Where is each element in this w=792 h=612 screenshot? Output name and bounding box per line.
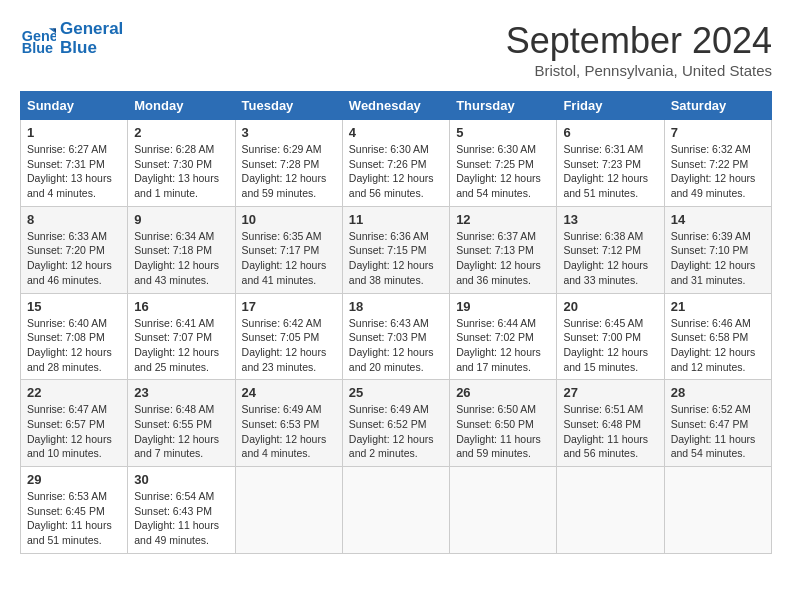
- day-number: 3: [242, 125, 336, 140]
- day-info: Sunrise: 6:41 AM Sunset: 7:07 PM Dayligh…: [134, 316, 228, 375]
- calendar-cell: 12Sunrise: 6:37 AM Sunset: 7:13 PM Dayli…: [450, 206, 557, 293]
- calendar-cell: 11Sunrise: 6:36 AM Sunset: 7:15 PM Dayli…: [342, 206, 449, 293]
- calendar-cell: 16Sunrise: 6:41 AM Sunset: 7:07 PM Dayli…: [128, 293, 235, 380]
- weekday-header-wednesday: Wednesday: [342, 92, 449, 120]
- day-info: Sunrise: 6:50 AM Sunset: 6:50 PM Dayligh…: [456, 402, 550, 461]
- day-number: 2: [134, 125, 228, 140]
- day-info: Sunrise: 6:28 AM Sunset: 7:30 PM Dayligh…: [134, 142, 228, 201]
- calendar-cell: 26Sunrise: 6:50 AM Sunset: 6:50 PM Dayli…: [450, 380, 557, 467]
- location-title: Bristol, Pennsylvania, United States: [506, 62, 772, 79]
- calendar-table: SundayMondayTuesdayWednesdayThursdayFrid…: [20, 91, 772, 554]
- calendar-week-row: 1Sunrise: 6:27 AM Sunset: 7:31 PM Daylig…: [21, 120, 772, 207]
- day-number: 7: [671, 125, 765, 140]
- day-number: 25: [349, 385, 443, 400]
- day-info: Sunrise: 6:46 AM Sunset: 6:58 PM Dayligh…: [671, 316, 765, 375]
- svg-text:Blue: Blue: [22, 40, 53, 56]
- weekday-header-friday: Friday: [557, 92, 664, 120]
- day-number: 13: [563, 212, 657, 227]
- day-number: 18: [349, 299, 443, 314]
- day-info: Sunrise: 6:34 AM Sunset: 7:18 PM Dayligh…: [134, 229, 228, 288]
- calendar-cell: 27Sunrise: 6:51 AM Sunset: 6:48 PM Dayli…: [557, 380, 664, 467]
- day-number: 28: [671, 385, 765, 400]
- day-number: 6: [563, 125, 657, 140]
- day-info: Sunrise: 6:36 AM Sunset: 7:15 PM Dayligh…: [349, 229, 443, 288]
- day-number: 23: [134, 385, 228, 400]
- calendar-week-row: 22Sunrise: 6:47 AM Sunset: 6:57 PM Dayli…: [21, 380, 772, 467]
- calendar-cell: [342, 467, 449, 554]
- day-info: Sunrise: 6:31 AM Sunset: 7:23 PM Dayligh…: [563, 142, 657, 201]
- calendar-cell: 19Sunrise: 6:44 AM Sunset: 7:02 PM Dayli…: [450, 293, 557, 380]
- logo-icon: General Blue: [20, 21, 56, 57]
- day-info: Sunrise: 6:43 AM Sunset: 7:03 PM Dayligh…: [349, 316, 443, 375]
- calendar-cell: 6Sunrise: 6:31 AM Sunset: 7:23 PM Daylig…: [557, 120, 664, 207]
- calendar-cell: [450, 467, 557, 554]
- day-info: Sunrise: 6:44 AM Sunset: 7:02 PM Dayligh…: [456, 316, 550, 375]
- day-info: Sunrise: 6:29 AM Sunset: 7:28 PM Dayligh…: [242, 142, 336, 201]
- day-info: Sunrise: 6:53 AM Sunset: 6:45 PM Dayligh…: [27, 489, 121, 548]
- calendar-cell: 23Sunrise: 6:48 AM Sunset: 6:55 PM Dayli…: [128, 380, 235, 467]
- calendar-cell: 7Sunrise: 6:32 AM Sunset: 7:22 PM Daylig…: [664, 120, 771, 207]
- calendar-cell: 21Sunrise: 6:46 AM Sunset: 6:58 PM Dayli…: [664, 293, 771, 380]
- calendar-cell: 4Sunrise: 6:30 AM Sunset: 7:26 PM Daylig…: [342, 120, 449, 207]
- day-number: 11: [349, 212, 443, 227]
- calendar-cell: 18Sunrise: 6:43 AM Sunset: 7:03 PM Dayli…: [342, 293, 449, 380]
- title-area: September 2024 Bristol, Pennsylvania, Un…: [506, 20, 772, 79]
- day-info: Sunrise: 6:30 AM Sunset: 7:25 PM Dayligh…: [456, 142, 550, 201]
- day-number: 27: [563, 385, 657, 400]
- calendar-cell: 8Sunrise: 6:33 AM Sunset: 7:20 PM Daylig…: [21, 206, 128, 293]
- day-info: Sunrise: 6:33 AM Sunset: 7:20 PM Dayligh…: [27, 229, 121, 288]
- day-info: Sunrise: 6:49 AM Sunset: 6:53 PM Dayligh…: [242, 402, 336, 461]
- logo: General Blue General Blue: [20, 20, 123, 57]
- day-number: 26: [456, 385, 550, 400]
- calendar-cell: 22Sunrise: 6:47 AM Sunset: 6:57 PM Dayli…: [21, 380, 128, 467]
- day-info: Sunrise: 6:35 AM Sunset: 7:17 PM Dayligh…: [242, 229, 336, 288]
- calendar-week-row: 15Sunrise: 6:40 AM Sunset: 7:08 PM Dayli…: [21, 293, 772, 380]
- weekday-header-monday: Monday: [128, 92, 235, 120]
- day-info: Sunrise: 6:30 AM Sunset: 7:26 PM Dayligh…: [349, 142, 443, 201]
- calendar-cell: 17Sunrise: 6:42 AM Sunset: 7:05 PM Dayli…: [235, 293, 342, 380]
- day-info: Sunrise: 6:40 AM Sunset: 7:08 PM Dayligh…: [27, 316, 121, 375]
- day-number: 19: [456, 299, 550, 314]
- calendar-cell: 15Sunrise: 6:40 AM Sunset: 7:08 PM Dayli…: [21, 293, 128, 380]
- day-number: 21: [671, 299, 765, 314]
- calendar-cell: 3Sunrise: 6:29 AM Sunset: 7:28 PM Daylig…: [235, 120, 342, 207]
- calendar-cell: 10Sunrise: 6:35 AM Sunset: 7:17 PM Dayli…: [235, 206, 342, 293]
- day-number: 16: [134, 299, 228, 314]
- day-info: Sunrise: 6:51 AM Sunset: 6:48 PM Dayligh…: [563, 402, 657, 461]
- day-info: Sunrise: 6:37 AM Sunset: 7:13 PM Dayligh…: [456, 229, 550, 288]
- day-info: Sunrise: 6:47 AM Sunset: 6:57 PM Dayligh…: [27, 402, 121, 461]
- day-info: Sunrise: 6:42 AM Sunset: 7:05 PM Dayligh…: [242, 316, 336, 375]
- weekday-header-saturday: Saturday: [664, 92, 771, 120]
- day-info: Sunrise: 6:32 AM Sunset: 7:22 PM Dayligh…: [671, 142, 765, 201]
- calendar-cell: 29Sunrise: 6:53 AM Sunset: 6:45 PM Dayli…: [21, 467, 128, 554]
- day-number: 10: [242, 212, 336, 227]
- day-number: 20: [563, 299, 657, 314]
- calendar-cell: 30Sunrise: 6:54 AM Sunset: 6:43 PM Dayli…: [128, 467, 235, 554]
- day-number: 14: [671, 212, 765, 227]
- day-info: Sunrise: 6:45 AM Sunset: 7:00 PM Dayligh…: [563, 316, 657, 375]
- calendar-cell: 13Sunrise: 6:38 AM Sunset: 7:12 PM Dayli…: [557, 206, 664, 293]
- calendar-cell: 24Sunrise: 6:49 AM Sunset: 6:53 PM Dayli…: [235, 380, 342, 467]
- day-info: Sunrise: 6:54 AM Sunset: 6:43 PM Dayligh…: [134, 489, 228, 548]
- day-number: 22: [27, 385, 121, 400]
- day-number: 29: [27, 472, 121, 487]
- day-info: Sunrise: 6:27 AM Sunset: 7:31 PM Dayligh…: [27, 142, 121, 201]
- logo-line2: Blue: [60, 39, 123, 58]
- day-number: 12: [456, 212, 550, 227]
- calendar-cell: 1Sunrise: 6:27 AM Sunset: 7:31 PM Daylig…: [21, 120, 128, 207]
- month-title: September 2024: [506, 20, 772, 62]
- day-number: 17: [242, 299, 336, 314]
- day-number: 4: [349, 125, 443, 140]
- weekday-header-row: SundayMondayTuesdayWednesdayThursdayFrid…: [21, 92, 772, 120]
- day-number: 30: [134, 472, 228, 487]
- day-number: 9: [134, 212, 228, 227]
- day-info: Sunrise: 6:39 AM Sunset: 7:10 PM Dayligh…: [671, 229, 765, 288]
- calendar-cell: 9Sunrise: 6:34 AM Sunset: 7:18 PM Daylig…: [128, 206, 235, 293]
- day-number: 1: [27, 125, 121, 140]
- calendar-cell: 20Sunrise: 6:45 AM Sunset: 7:00 PM Dayli…: [557, 293, 664, 380]
- calendar-cell: [664, 467, 771, 554]
- calendar-cell: [235, 467, 342, 554]
- day-number: 8: [27, 212, 121, 227]
- day-info: Sunrise: 6:48 AM Sunset: 6:55 PM Dayligh…: [134, 402, 228, 461]
- day-info: Sunrise: 6:52 AM Sunset: 6:47 PM Dayligh…: [671, 402, 765, 461]
